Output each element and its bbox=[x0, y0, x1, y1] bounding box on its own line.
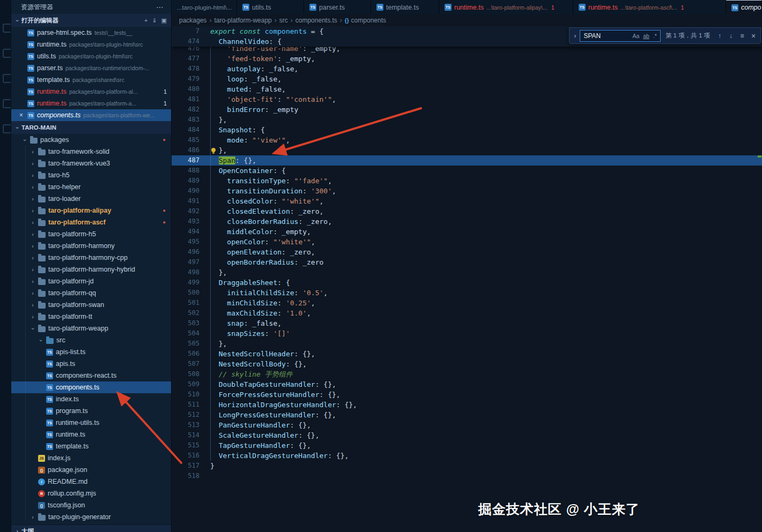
line-number[interactable]: 517 bbox=[172, 461, 199, 471]
line-number[interactable]: 497 bbox=[172, 257, 199, 267]
line-number[interactable]: 481 bbox=[172, 94, 199, 104]
tree-folder-taro-platform-weapp[interactable]: taro-platform-weapp bbox=[11, 323, 171, 334]
previous-match-icon[interactable] bbox=[715, 31, 724, 41]
line-number[interactable]: 474 bbox=[172, 36, 199, 47]
line-number[interactable]: 509 bbox=[172, 379, 199, 389]
code-line[interactable]: 483 }, bbox=[172, 115, 762, 125]
tree-file-index.ts[interactable]: TSindex.ts bbox=[11, 393, 171, 405]
line-number[interactable]: 493 bbox=[172, 216, 199, 227]
tab-...taro-plugin-html...[interactable]: ...taro-plugin-html\... bbox=[172, 0, 237, 14]
line-number[interactable]: 518 bbox=[172, 471, 199, 481]
code-line[interactable]: 493 closeBorderRadius: _zero, bbox=[172, 216, 762, 227]
breadcrumb-item[interactable]: src bbox=[279, 17, 288, 24]
code-line[interactable]: 490 transitionDuration: '300', bbox=[172, 186, 762, 196]
breadcrumb-item[interactable]: taro-platform-weapp bbox=[214, 17, 271, 24]
line-number[interactable]: 515 bbox=[172, 440, 199, 451]
tree-folder-taro-plugin-generator[interactable]: taro-plugin-generator bbox=[11, 511, 171, 523]
code-line[interactable]: 501 minChildSize: '0.25', bbox=[172, 298, 762, 308]
save-all-icon[interactable]: ⇓ bbox=[152, 17, 157, 24]
next-match-icon[interactable] bbox=[726, 31, 736, 41]
code-line[interactable]: 508 // skyline 手势组件 bbox=[172, 369, 762, 379]
line-number[interactable]: 490 bbox=[172, 186, 199, 196]
line-number[interactable]: 505 bbox=[172, 339, 199, 349]
code-line[interactable]: 488 OpenContainer: { bbox=[172, 166, 762, 176]
line-number[interactable]: 499 bbox=[172, 278, 199, 288]
line-number[interactable]: 482 bbox=[172, 104, 199, 115]
code-line[interactable]: 514 ScaleGestureHandler: {}, bbox=[172, 430, 762, 440]
line-number[interactable]: 502 bbox=[172, 308, 199, 318]
open-editor-item[interactable]: ×TScomponents.tspackages\taro-platform-w… bbox=[11, 109, 171, 121]
line-number[interactable]: 494 bbox=[172, 227, 199, 237]
new-file-icon[interactable]: + bbox=[144, 17, 147, 24]
line-number[interactable]: 500 bbox=[172, 288, 199, 298]
code-line[interactable]: 518 bbox=[172, 471, 762, 481]
line-number[interactable]: 506 bbox=[172, 349, 199, 359]
open-editor-item[interactable]: TSruntime.tspackages\taro-platform-al...… bbox=[11, 86, 171, 98]
open-editor-item[interactable]: TSruntime.tspackages\taro-plugin-html\sr… bbox=[11, 39, 171, 50]
line-number[interactable]: 514 bbox=[172, 430, 199, 440]
tree-file-rollup.config.mjs[interactable]: Rrollup.config.mjs bbox=[11, 488, 171, 499]
code-line[interactable]: 485 mode: "'view'", bbox=[172, 135, 762, 145]
code-line[interactable]: 491 closedColor: "'white'", bbox=[172, 196, 762, 206]
code-line[interactable]: 479 loop: _false, bbox=[172, 74, 762, 84]
find-in-selection-icon[interactable] bbox=[737, 31, 747, 41]
code-line[interactable]: 504 snapSizes: '[]' bbox=[172, 328, 762, 339]
tree-file-runtime.ts[interactable]: TSruntime.ts bbox=[11, 429, 171, 440]
tree-file-apis.ts[interactable]: TSapis.ts bbox=[11, 358, 171, 370]
code-line[interactable]: 507 NestedScrollBody: {}, bbox=[172, 359, 762, 369]
line-number[interactable]: 512 bbox=[172, 410, 199, 420]
line-number[interactable]: 516 bbox=[172, 451, 199, 461]
tab-utils.ts[interactable]: TSutils.ts bbox=[237, 0, 304, 14]
more-actions-icon[interactable]: ⋯ bbox=[154, 3, 166, 11]
line-number[interactable]: 479 bbox=[172, 74, 199, 84]
tab-runtime.ts[interactable]: TSruntime.ts...\taro-platform-ascf\...1 bbox=[573, 0, 726, 14]
breadcrumb-item[interactable]: components.ts bbox=[295, 17, 337, 24]
open-editor-item[interactable]: TSparser.tspackages\taro-runtime\src\dom… bbox=[11, 62, 171, 74]
tab-components.ts[interactable]: TScomponents.ts bbox=[726, 0, 762, 14]
line-number[interactable]: 488 bbox=[172, 166, 199, 176]
line-number[interactable]: 483 bbox=[172, 115, 199, 125]
tree-file-apis-list.ts[interactable]: TSapis-list.ts bbox=[11, 346, 171, 358]
code-line[interactable]: 495 openColor: "'white'", bbox=[172, 237, 762, 247]
code-line[interactable]: 503 snap: _false, bbox=[172, 318, 762, 328]
line-number[interactable]: 508 bbox=[172, 369, 199, 379]
breadcrumb-item[interactable]: packages bbox=[179, 17, 206, 24]
line-number[interactable]: 513 bbox=[172, 420, 199, 430]
line-number[interactable]: 477 bbox=[172, 54, 199, 64]
close-all-editors-icon[interactable]: ▣ bbox=[161, 17, 167, 24]
code-line[interactable]: 502 maxChildSize: '1.0', bbox=[172, 308, 762, 318]
code-line[interactable]: 517} bbox=[172, 461, 762, 471]
line-number[interactable]: 489 bbox=[172, 176, 199, 186]
tree-folder-taro-platform-harmony-hybrid[interactable]: taro-platform-harmony-hybrid bbox=[11, 264, 171, 275]
breadcrumb-symbol[interactable]: {}components bbox=[345, 17, 386, 24]
code-line[interactable]: 498 }, bbox=[172, 267, 762, 278]
code-line[interactable]: 511 HorizontalDragGestureHandler: {}, bbox=[172, 400, 762, 410]
line-number[interactable]: 507 bbox=[172, 359, 199, 369]
code-line[interactable]: 505 }, bbox=[172, 339, 762, 349]
line-number[interactable]: 476 bbox=[172, 47, 199, 54]
line-number[interactable]: 511 bbox=[172, 400, 199, 410]
tree-file-runtime-utils.ts[interactable]: TSruntime-utils.ts bbox=[11, 417, 171, 429]
tree-folder-taro-platform-swan[interactable]: taro-platform-swan bbox=[11, 299, 171, 311]
whole-word-toggle[interactable]: ab bbox=[642, 32, 650, 40]
project-root-header[interactable]: TARO-MAIN bbox=[11, 121, 171, 134]
code-line[interactable]: 492 closedElevation: _zero, bbox=[172, 206, 762, 216]
tree-folder-taro-platform-harmony-cpp[interactable]: taro-platform-harmony-cpp bbox=[11, 252, 171, 264]
tree-file-tsconfig.json[interactable]: {}tsconfig.json bbox=[11, 499, 171, 511]
search-icon[interactable] bbox=[3, 49, 12, 58]
code-line[interactable]: 487 Span: {}, bbox=[172, 155, 762, 166]
lightbulb-icon[interactable] bbox=[211, 148, 216, 152]
code-line[interactable]: 506 NestedScrollHeader: {}, bbox=[172, 349, 762, 359]
code-line[interactable]: 484 Snapshot: { bbox=[172, 125, 762, 135]
line-number[interactable]: 484 bbox=[172, 125, 199, 135]
tree-folder-taro-loader[interactable]: taro-loader bbox=[11, 193, 171, 205]
code-line[interactable]: 489 transitionType: "'fade'", bbox=[172, 176, 762, 186]
source-control-icon[interactable] bbox=[3, 74, 12, 83]
explorer-icon[interactable] bbox=[3, 24, 12, 33]
code-line[interactable]: 476 'finder-user-name': _empty, bbox=[172, 47, 762, 54]
close-icon[interactable] bbox=[749, 31, 758, 41]
open-editor-item[interactable]: TSruntime.tspackages\taro-platform-a...1 bbox=[11, 98, 171, 109]
tree-file-readme.md[interactable]: iREADME.md bbox=[11, 476, 171, 488]
line-number[interactable]: 485 bbox=[172, 135, 199, 145]
line-number[interactable]: 504 bbox=[172, 328, 199, 339]
